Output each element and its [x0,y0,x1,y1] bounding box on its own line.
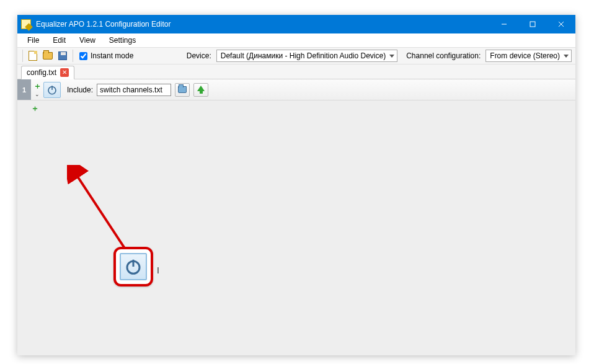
instant-mode-input[interactable] [79,52,87,60]
menubar: File Edit View Settings [17,33,575,47]
tab-close-icon[interactable]: ✕ [60,68,69,77]
new-file-icon [29,51,37,61]
move-up-button[interactable] [193,83,208,97]
svg-rect-1 [530,22,535,27]
filter-row: 1 ＋ ⌄ Include: [17,79,575,100]
window-title: Equalizer APO 1.2.1 Configuration Editor [35,20,490,29]
toolbar: Instant mode Device: Default (Динамики -… [17,47,575,64]
toggle-power-button[interactable] [43,82,61,98]
close-button[interactable] [547,15,575,33]
include-input[interactable] [97,84,171,96]
arrow-up-icon [197,86,205,94]
chevron-down-icon [564,55,569,58]
folder-open-icon [178,86,187,93]
add-filter-button[interactable]: ＋ [33,82,42,90]
menu-file[interactable]: File [21,35,45,46]
tab-config-txt[interactable]: config.txt ✕ [21,66,74,79]
save-icon [58,51,67,60]
add-filter-below-button[interactable]: ＋ [31,104,39,112]
maximize-button[interactable] [518,15,547,33]
text-cursor-icon: I [157,265,159,275]
menu-settings[interactable]: Settings [103,35,142,46]
tab-label: config.txt [27,68,56,77]
menu-view[interactable]: View [73,35,102,46]
power-icon [47,84,58,95]
save-file-button[interactable] [56,50,69,62]
tabstrip: config.txt ✕ [17,64,575,79]
menu-edit[interactable]: Edit [47,35,72,46]
new-file-button[interactable] [27,50,39,62]
channel-config-value: From device (Stereo) [490,51,560,60]
folder-open-icon [43,52,53,60]
channel-config-combo[interactable]: From device (Stereo) [485,50,572,62]
power-icon [124,257,143,276]
instant-mode-checkbox[interactable]: Instant mode [79,51,133,60]
chevron-down-icon [389,55,394,58]
device-label: Device: [187,51,211,60]
editor-canvas: 1 ＋ ⌄ Include: [17,79,575,355]
minimize-button[interactable] [490,15,518,33]
annotation-callout [113,247,153,286]
line-number: 1 [17,79,31,100]
device-value: Default (Динамики - High Definition Audi… [221,51,386,60]
open-file-button[interactable] [42,50,54,62]
expand-row-button[interactable]: ⌄ [35,91,40,97]
titlebar: Equalizer APO 1.2.1 Configuration Editor [17,15,575,33]
power-button-zoom [120,253,147,280]
include-label: Include: [67,86,93,94]
device-combo[interactable]: Default (Динамики - High Definition Audi… [216,50,397,62]
instant-mode-label: Instant mode [91,51,133,60]
channel-config-label: Channel configuration: [406,51,481,60]
open-include-button[interactable] [175,83,190,97]
app-icon [17,19,35,29]
